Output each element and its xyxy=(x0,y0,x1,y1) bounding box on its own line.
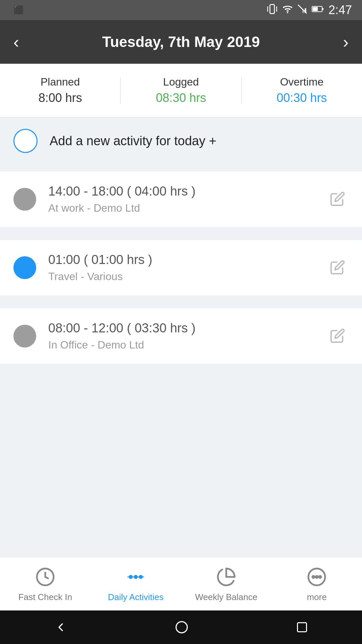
activity-desc-3: In Office - Demo Ltd xyxy=(48,339,314,351)
signal-icon xyxy=(298,4,307,16)
add-activity-row[interactable]: Add a new activity for today + xyxy=(0,117,362,164)
home-button[interactable] xyxy=(175,621,188,634)
recents-button[interactable] xyxy=(296,621,308,633)
svg-rect-7 xyxy=(302,10,304,13)
fast-check-in-icon-wrap xyxy=(34,565,57,589)
svg-point-5 xyxy=(287,12,288,13)
activity-info-3: 08:00 - 12:00 ( 03:30 hrs ) In Office - … xyxy=(48,321,314,351)
header-date-title: Tuesday, 7th May 2019 xyxy=(102,34,260,50)
svg-rect-10 xyxy=(313,7,318,11)
nav-more-label: more xyxy=(307,592,326,602)
more-icon xyxy=(307,567,327,587)
svg-point-15 xyxy=(139,575,142,579)
spacer-1 xyxy=(0,164,362,171)
activity-info-1: 14:00 - 18:00 ( 04:00 hrs ) At work - De… xyxy=(48,184,314,214)
spacer-3 xyxy=(0,301,362,308)
activity-card-1: 14:00 - 18:00 ( 04:00 hrs ) At work - De… xyxy=(0,171,362,227)
summary-row: Planned 8:00 hrs Logged 08:30 hrs Overti… xyxy=(0,64,362,117)
activity-card-2: 01:00 ( 01:00 hrs ) Travel - Various xyxy=(0,239,362,296)
activity-desc-1: At work - Demo Ltd xyxy=(48,202,314,214)
status-time: 2:47 xyxy=(328,3,352,17)
nav-fast-check-in-label: Fast Check In xyxy=(18,592,72,602)
nav-daily-activities-label: Daily Activities xyxy=(108,592,164,602)
svg-point-19 xyxy=(319,576,321,578)
overtime-label: Overtime xyxy=(280,76,323,88)
svg-point-18 xyxy=(316,576,318,578)
svg-point-14 xyxy=(134,575,137,579)
home-icon xyxy=(175,621,188,634)
svg-rect-21 xyxy=(298,623,307,632)
back-button[interactable] xyxy=(54,621,67,634)
back-icon xyxy=(54,621,67,634)
svg-point-20 xyxy=(176,622,187,633)
svg-rect-6 xyxy=(305,8,306,13)
more-icon-wrap xyxy=(305,565,328,589)
pie-chart-icon xyxy=(216,567,236,587)
summary-planned: Planned 8:00 hrs xyxy=(0,76,120,105)
nav-weekly-balance[interactable]: Weekly Balance xyxy=(181,557,272,610)
nav-fast-check-in[interactable]: Fast Check In xyxy=(0,557,90,610)
nav-daily-activities[interactable]: Daily Activities xyxy=(90,557,181,610)
activity-time-1: 14:00 - 18:00 ( 04:00 hrs ) xyxy=(48,184,314,199)
edit-icon-1 xyxy=(330,191,345,207)
svg-rect-0 xyxy=(270,4,274,13)
add-activity-circle xyxy=(13,129,38,153)
logged-label: Logged xyxy=(163,76,199,88)
recents-icon xyxy=(296,621,308,633)
logged-value: 08:30 hrs xyxy=(156,91,206,105)
daily-activities-icon-wrap xyxy=(124,565,147,589)
edit-button-2[interactable] xyxy=(326,256,349,279)
dot-indicator-gray-1 xyxy=(13,188,36,211)
vibrate-icon xyxy=(267,4,278,17)
nav-weekly-balance-label: Weekly Balance xyxy=(195,592,257,602)
activity-desc-2: Travel - Various xyxy=(48,270,314,283)
header: ‹ Tuesday, 7th May 2019 › xyxy=(0,20,362,64)
overtime-value: 00:30 hrs xyxy=(277,91,327,105)
planned-label: Planned xyxy=(41,76,80,88)
wifi-icon xyxy=(282,4,293,16)
add-activity-text: Add a new activity for today + xyxy=(50,134,216,148)
android-nav-bar xyxy=(0,610,362,644)
nav-more[interactable]: more xyxy=(272,557,362,610)
dot-indicator-blue xyxy=(13,256,36,279)
activity-time-3: 08:00 - 12:00 ( 03:30 hrs ) xyxy=(48,321,314,335)
edit-icon-2 xyxy=(330,260,345,275)
main-content: Add a new activity for today + 14:00 - 1… xyxy=(0,117,362,557)
edit-button-1[interactable] xyxy=(326,188,349,211)
dot-indicator-gray-2 xyxy=(13,325,36,347)
edit-icon-3 xyxy=(330,328,345,343)
activity-card-3: 08:00 - 12:00 ( 03:30 hrs ) In Office - … xyxy=(0,308,362,364)
summary-overtime: Overtime 00:30 hrs xyxy=(242,76,362,105)
clock-icon xyxy=(35,567,55,587)
status-bar: ⬛ xyxy=(0,0,362,20)
prev-day-button[interactable]: ‹ xyxy=(13,34,19,50)
activity-time-2: 01:00 ( 01:00 hrs ) xyxy=(48,253,314,267)
bottom-nav: Fast Check In Daily Activities Weekly Ba… xyxy=(0,557,362,610)
svg-point-13 xyxy=(129,575,132,579)
spacer-2 xyxy=(0,233,362,239)
summary-logged: Logged 08:30 hrs xyxy=(121,76,241,105)
edit-button-3[interactable] xyxy=(326,325,349,348)
svg-point-17 xyxy=(312,576,314,578)
planned-value: 8:00 hrs xyxy=(39,91,82,105)
svg-rect-9 xyxy=(322,8,323,10)
image-icon: ⬛ xyxy=(13,5,24,15)
battery-icon xyxy=(312,4,324,16)
dots-line-icon xyxy=(126,567,146,587)
next-day-button[interactable]: › xyxy=(343,34,349,50)
activity-info-2: 01:00 ( 01:00 hrs ) Travel - Various xyxy=(48,253,314,283)
weekly-balance-icon-wrap xyxy=(215,565,238,589)
